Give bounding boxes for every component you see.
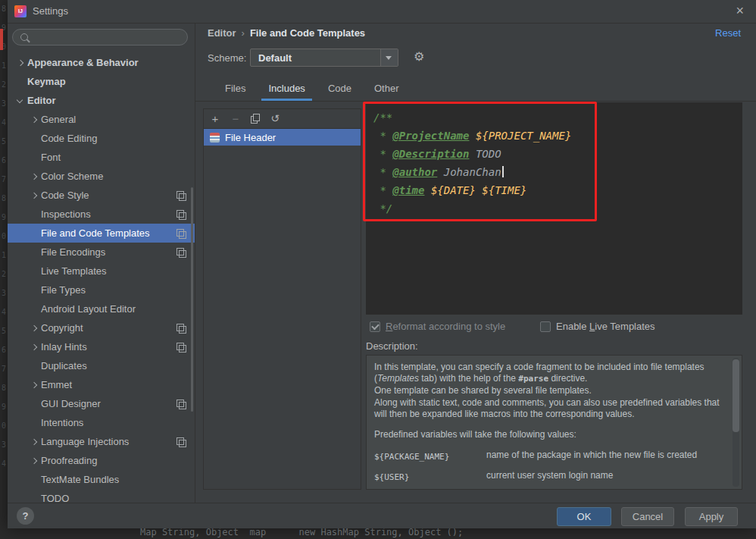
- code-token: @time: [392, 184, 424, 196]
- sidebar-item-label: Color Scheme: [41, 171, 103, 182]
- description-paragraph: Predefined variables will take the follo…: [374, 429, 725, 440]
- chevron-right-icon[interactable]: [29, 437, 39, 447]
- sidebar-item-copyright[interactable]: Copyright: [8, 318, 195, 337]
- text-cursor: [502, 166, 504, 177]
- reset-to-default-button[interactable]: ↺: [270, 113, 280, 124]
- description-paragraphs: In this template, you can specify a code…: [374, 362, 725, 440]
- background-line-number: 9: [2, 403, 6, 411]
- sidebar-item-duplicates[interactable]: Duplicates: [8, 356, 195, 375]
- reset-link[interactable]: Reset: [715, 27, 741, 39]
- scheme-select[interactable]: Default: [250, 49, 398, 67]
- chevron-spacer: [15, 77, 26, 87]
- chevron-right-icon[interactable]: [15, 58, 26, 68]
- breadcrumb-item-editor[interactable]: Editor: [208, 27, 236, 39]
- code-line: * @Description TODO: [373, 145, 735, 163]
- sidebar-item-font[interactable]: Font: [8, 148, 195, 167]
- cancel-button[interactable]: Cancel: [621, 507, 674, 526]
- enable-live-templates-checkbox[interactable]: Enable Live Templates: [540, 321, 655, 332]
- copy-template-button[interactable]: [251, 114, 260, 124]
- background-annotation-fragment: [0, 29, 3, 50]
- sidebar-scrollbar[interactable]: [191, 187, 193, 412]
- template-list: File Header: [204, 129, 361, 146]
- sidebar-item-label: File Types: [41, 284, 86, 296]
- description-scrollbar[interactable]: [733, 359, 739, 432]
- sidebar-item-intentions[interactable]: Intentions: [8, 413, 195, 432]
- sidebar-item-label: TextMate Bundles: [41, 474, 119, 485]
- close-icon[interactable]: ×: [736, 3, 744, 19]
- template-code-editor[interactable]: /** * @ProjectName ${PROJECT_NAME} * @De…: [366, 102, 742, 315]
- remove-template-button[interactable]: −: [230, 113, 241, 124]
- sidebar-item-file-encodings[interactable]: File Encodings: [8, 243, 195, 262]
- sidebar-item-proofreading[interactable]: Proofreading: [8, 451, 195, 470]
- settings-search-input[interactable]: [12, 29, 188, 45]
- sidebar-item-live-templates[interactable]: Live Templates: [8, 262, 195, 280]
- tab-other[interactable]: Other: [363, 77, 411, 101]
- sidebar-item-emmet[interactable]: Emmet: [8, 375, 195, 394]
- chevron-spacer: [29, 152, 39, 163]
- code-token: @ProjectName: [392, 130, 469, 142]
- checkbox-icon: [540, 321, 551, 332]
- chevron-right-icon[interactable]: [29, 380, 39, 390]
- sidebar-item-appearance-behavior[interactable]: Appearance & Behavior: [8, 53, 195, 72]
- sidebar-item-label: Inlay Hints: [41, 341, 87, 353]
- sidebar-item-label: Font: [41, 152, 61, 163]
- chevron-spacer: [29, 418, 39, 428]
- chevron-down-icon[interactable]: [15, 96, 26, 106]
- sidebar-item-general[interactable]: General: [8, 110, 195, 129]
- sidebar-item-gui-designer[interactable]: GUI Designer: [8, 394, 195, 413]
- sidebar-item-android-layout-editor[interactable]: Android Layout Editor: [8, 299, 195, 318]
- code-token: @author: [392, 166, 437, 178]
- help-button[interactable]: ?: [17, 507, 34, 525]
- code-token: *: [373, 166, 392, 178]
- window-title: Settings: [33, 5, 68, 17]
- variable-row: ${USER}current user system login name: [374, 470, 725, 490]
- background-line-number: 1: [2, 61, 6, 70]
- sidebar-item-code-editing[interactable]: Code Editing: [8, 129, 195, 148]
- background-line-number: 6: [2, 156, 6, 165]
- chevron-down-icon[interactable]: [380, 49, 398, 66]
- sidebar-item-language-injections[interactable]: Language Injections: [8, 432, 195, 451]
- background-line-number: 7: [2, 175, 6, 183]
- chevron-right-icon[interactable]: [29, 323, 39, 334]
- sidebar-item-todo[interactable]: TODO: [8, 489, 195, 503]
- tab-files[interactable]: Files: [214, 77, 257, 101]
- sidebar-item-file-and-code-templates[interactable]: File and Code Templates: [8, 224, 195, 243]
- background-line-number: 5: [2, 137, 6, 146]
- description-text: One template can be shared by several fi…: [374, 385, 592, 396]
- description-panel: In this template, you can specify a code…: [366, 355, 742, 490]
- sidebar-item-keymap[interactable]: Keymap: [8, 72, 195, 91]
- chevron-right-icon[interactable]: [29, 171, 39, 182]
- chevron-spacer: [29, 475, 39, 485]
- tab-code[interactable]: Code: [317, 77, 363, 101]
- reformat-checkbox[interactable]: Reformat according to style: [370, 321, 505, 332]
- code-line: * @author JohanChan: [373, 163, 735, 181]
- sidebar-item-label: General: [41, 114, 76, 125]
- apply-button[interactable]: Apply: [685, 507, 738, 526]
- overridden-settings-icon: [177, 191, 184, 199]
- code-token: *: [373, 184, 392, 196]
- sidebar-item-code-style[interactable]: Code Style: [8, 186, 195, 205]
- gear-icon[interactable]: ⚙: [414, 50, 424, 64]
- sidebar-item-textmate-bundles[interactable]: TextMate Bundles: [8, 470, 195, 489]
- add-template-button[interactable]: +: [210, 113, 220, 124]
- sidebar-item-inlay-hints[interactable]: Inlay Hints: [8, 337, 195, 356]
- sidebar-item-editor[interactable]: Editor: [8, 91, 195, 110]
- sidebar-item-file-types[interactable]: File Types: [8, 280, 195, 299]
- chevron-right-icon[interactable]: [29, 114, 39, 125]
- background-line-number: 0: [2, 421, 6, 430]
- description-paragraph: One template can be shared by several fi…: [374, 385, 725, 396]
- sidebar-item-color-scheme[interactable]: Color Scheme: [8, 167, 195, 186]
- code-token: /**: [373, 111, 392, 124]
- chevron-spacer: [29, 266, 39, 277]
- chevron-spacer: [29, 494, 39, 503]
- ok-button[interactable]: OK: [557, 507, 611, 526]
- code-token: [469, 130, 475, 142]
- chevron-right-icon[interactable]: [29, 456, 39, 466]
- tab-includes[interactable]: Includes: [257, 77, 316, 101]
- sidebar-item-inspections[interactable]: Inspections: [8, 205, 195, 224]
- template-list-item[interactable]: File Header: [204, 129, 361, 146]
- chevron-right-icon[interactable]: [29, 190, 39, 201]
- file-header-icon: [210, 133, 220, 143]
- sidebar-item-label: GUI Designer: [41, 398, 101, 409]
- chevron-right-icon[interactable]: [29, 342, 39, 353]
